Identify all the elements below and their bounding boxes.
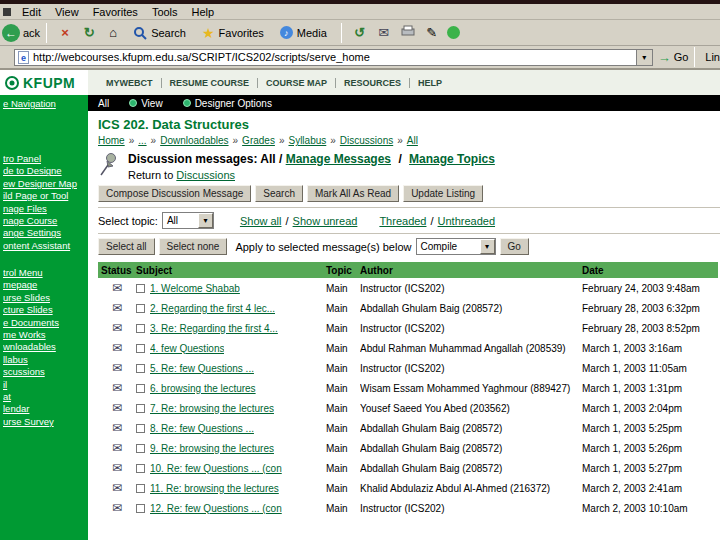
menu-item[interactable]: Favorites (86, 6, 145, 18)
action-button[interactable]: Mark All As Read (307, 185, 399, 202)
message-checkbox[interactable] (136, 444, 145, 453)
breadcrumb-link[interactable]: Home (98, 135, 125, 146)
message-subject-link[interactable]: 9. Re: browsing the lectures (150, 443, 274, 454)
message-checkbox[interactable] (136, 484, 145, 493)
breadcrumb-link[interactable]: Downloadables (147, 135, 229, 146)
show-all-link[interactable]: Show all (240, 215, 282, 227)
message-checkbox[interactable] (136, 344, 145, 353)
sidebar-link[interactable]: nage Files (3, 203, 88, 215)
sidebar-link[interactable]: me Works (3, 329, 88, 341)
go-button[interactable]: → Go (658, 50, 689, 65)
message-subject-link[interactable]: 4. few Questions (150, 343, 224, 354)
refresh-icon[interactable]: ↻ (79, 25, 99, 40)
menu-item[interactable]: Help (185, 6, 222, 18)
sidebar-link[interactable]: at (3, 391, 88, 403)
sidebar-link[interactable]: ontent Assistant (3, 240, 88, 252)
mail-icon[interactable]: ✉ (374, 25, 394, 40)
message-subject-link[interactable]: 7. Re: browsing the lectures (150, 403, 274, 414)
go-submit-button[interactable]: Go (500, 238, 529, 255)
breadcrumb-link[interactable]: All (393, 135, 418, 146)
address-input[interactable]: e http://webcourses.kfupm.edu.sa/SCRIPT/… (14, 49, 637, 66)
sidebar-link[interactable]: mepage (3, 279, 88, 291)
sidebar-link[interactable]: trol Menu (3, 267, 88, 279)
sidebar-link[interactable]: llabus (3, 354, 88, 366)
sidebar-link[interactable]: urse Survey (3, 416, 88, 428)
print-icon[interactable] (398, 25, 418, 40)
top-nav-link[interactable]: HELP (409, 78, 450, 88)
media-button[interactable]: ♪ Media (274, 24, 333, 41)
return-line: Return to Discussions (128, 169, 495, 181)
top-nav-link[interactable]: RESOURCES (335, 78, 409, 88)
stop-icon[interactable]: × (55, 25, 75, 40)
sidebar-link[interactable]: ild Page or Tool (3, 190, 88, 202)
message-subject-link[interactable]: 12. Re: few Questions ... (con (150, 503, 282, 514)
breadcrumb-link[interactable]: Grades (229, 135, 275, 146)
back-button[interactable]: ← ack (2, 24, 40, 42)
breadcrumb-link[interactable]: Syllabus (275, 135, 326, 146)
messenger-icon[interactable] (447, 26, 460, 39)
top-nav-link[interactable]: RESUME COURSE (161, 78, 258, 88)
filter-all-label[interactable]: All (98, 98, 109, 109)
threaded-link[interactable]: Threaded (379, 215, 426, 227)
address-dropdown-button[interactable]: ▾ (637, 49, 653, 66)
topic-select[interactable]: All ▾ (162, 212, 214, 229)
compile-select[interactable]: Compile ▾ (416, 238, 496, 255)
sidebar-link[interactable]: il (3, 379, 88, 391)
message-checkbox[interactable] (136, 284, 145, 293)
sidebar-link[interactable]: ew Designer Map (3, 178, 88, 190)
sidebar-link[interactable]: de to Designe (3, 165, 88, 177)
select-none-button[interactable]: Select none (159, 238, 228, 255)
message-subject-link[interactable]: 6. browsing the lectures (150, 383, 256, 394)
message-subject-link[interactable]: 1. Welcome Shabab (150, 283, 240, 294)
message-subject-link[interactable]: 8. Re: few Questions ... (150, 423, 254, 434)
sidebar-link[interactable]: e Documents (3, 317, 88, 329)
hide-navigation-link[interactable]: e Navigation (3, 98, 56, 110)
breadcrumb-link[interactable]: ... (125, 135, 147, 146)
message-checkbox[interactable] (136, 384, 145, 393)
unthreaded-link[interactable]: Unthreaded (438, 215, 496, 227)
sidebar-link[interactable]: urse Slides (3, 292, 88, 304)
message-checkbox[interactable] (136, 324, 145, 333)
manage-topics-link[interactable]: Manage Topics (409, 152, 495, 166)
message-checkbox[interactable] (136, 424, 145, 433)
message-checkbox[interactable] (136, 304, 145, 313)
search-button[interactable]: Search (127, 24, 192, 42)
message-subject-link[interactable]: 10. Re: few Questions ... (con (150, 463, 282, 474)
message-subject-link[interactable]: 3. Re: Regarding the first 4... (150, 323, 278, 334)
return-discussions-link[interactable]: Discussions (176, 169, 235, 181)
sidebar-link[interactable]: ange Settings (3, 227, 88, 239)
message-checkbox[interactable] (136, 464, 145, 473)
action-button[interactable]: Search (255, 185, 303, 202)
menu-item[interactable]: View (48, 6, 86, 18)
home-icon[interactable]: ⌂ (103, 25, 123, 40)
designer-options-toggle[interactable]: Designer Options (183, 98, 272, 109)
menu-item[interactable]: Edit (15, 6, 48, 18)
message-subject-link[interactable]: 11. Re: browsing the lectures (150, 483, 279, 494)
edit-icon[interactable]: ✎ (422, 25, 442, 40)
top-nav-link[interactable]: MYWEBCT (98, 78, 161, 88)
sidebar-link[interactable]: cture Slides (3, 304, 88, 316)
sidebar-link[interactable]: nage Course (3, 215, 88, 227)
message-subject-link[interactable]: 5. Re: few Questions ... (150, 363, 254, 374)
favorites-button[interactable]: ★ Favorites (196, 23, 270, 43)
breadcrumb-link[interactable]: Discussions (326, 135, 393, 146)
sidebar-link[interactable]: tro Panel (3, 153, 88, 165)
top-nav-link[interactable]: COURSE MAP (257, 78, 335, 88)
manage-messages-link[interactable]: Manage Messages (286, 152, 391, 166)
toolbar-separator (341, 23, 342, 43)
sidebar-link[interactable]: wnloadables (3, 341, 88, 353)
message-checkbox[interactable] (136, 504, 145, 513)
action-button[interactable]: Update Listing (403, 185, 483, 202)
view-toggle[interactable]: View (129, 98, 163, 109)
history-icon[interactable]: ↺ (350, 25, 370, 40)
links-label[interactable]: Lin (705, 51, 720, 63)
message-subject-link[interactable]: 2. Regarding the first 4 lec... (150, 303, 275, 314)
message-checkbox[interactable] (136, 364, 145, 373)
sidebar-link[interactable]: scussions (3, 366, 88, 378)
menu-item[interactable]: Tools (145, 6, 185, 18)
message-checkbox[interactable] (136, 404, 145, 413)
action-button[interactable]: Compose Discussion Message (98, 185, 251, 202)
show-unread-link[interactable]: Show unread (293, 215, 358, 227)
sidebar-link[interactable]: lendar (3, 403, 88, 415)
select-all-button[interactable]: Select all (98, 238, 155, 255)
